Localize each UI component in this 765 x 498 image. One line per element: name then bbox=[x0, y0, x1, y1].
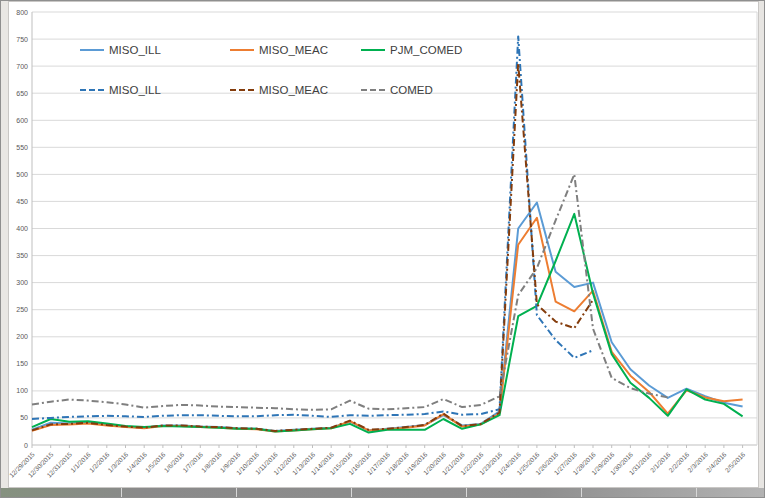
legend-line-sample bbox=[80, 89, 104, 91]
svg-text:300: 300 bbox=[16, 279, 28, 286]
legend-item-miso-ill-solid[interactable]: MISO_ILL bbox=[80, 43, 161, 57]
legend-item-miso-meac-solid[interactable]: MISO_MEAC bbox=[230, 43, 328, 57]
svg-text:100: 100 bbox=[16, 387, 28, 394]
legend-item-miso-ill-dashed[interactable]: MISO_ILL bbox=[80, 83, 161, 97]
y-axis-labels[interactable]: 0501001502002503003504004505005506006507… bbox=[16, 9, 28, 449]
legend-label: MISO_MEAC bbox=[259, 44, 328, 56]
svg-text:550: 550 bbox=[16, 144, 28, 151]
svg-text:750: 750 bbox=[16, 36, 28, 43]
legend-label: MISO_ILL bbox=[109, 44, 161, 56]
chart-area[interactable]: 0501001502002503003504004505005506006507… bbox=[8, 1, 759, 488]
svg-text:0: 0 bbox=[24, 442, 28, 449]
series-line-1-MISO_MEAC bbox=[32, 218, 743, 432]
legend-line-sample bbox=[230, 89, 254, 91]
gridlines bbox=[32, 12, 757, 445]
svg-text:350: 350 bbox=[16, 252, 28, 259]
legend-label: COMED bbox=[390, 84, 433, 96]
legend-item-miso-meac-dashed[interactable]: MISO_MEAC bbox=[230, 83, 328, 97]
legend-line-sample bbox=[230, 49, 254, 51]
legend-line-sample bbox=[361, 89, 385, 91]
svg-text:150: 150 bbox=[16, 360, 28, 367]
svg-text:200: 200 bbox=[16, 333, 28, 340]
series-line-5-COMED bbox=[32, 174, 668, 409]
svg-text:500: 500 bbox=[16, 171, 28, 178]
worksheet-row-band bbox=[1, 488, 765, 498]
legend-label: PJM_COMED bbox=[390, 44, 462, 56]
legend-item-pjm-comed-solid[interactable]: PJM_COMED bbox=[361, 43, 462, 57]
legend-label: MISO_MEAC bbox=[259, 84, 328, 96]
svg-text:450: 450 bbox=[16, 198, 28, 205]
legend-item-comed-dashed[interactable]: COMED bbox=[361, 83, 433, 97]
legend-label: MISO_ILL bbox=[109, 84, 161, 96]
legend-line-sample bbox=[80, 49, 104, 51]
excel-chart-screenshot: 0501001502002503003504004505005506006507… bbox=[0, 0, 765, 498]
x-axis-labels[interactable]: 12/29/201512/30/201512/31/20151/1/20161/… bbox=[9, 445, 747, 479]
svg-text:600: 600 bbox=[16, 117, 28, 124]
chart-canvas[interactable]: 0501001502002503003504004505005506006507… bbox=[9, 2, 760, 489]
series-line-4-MISO_MEAC bbox=[32, 63, 593, 431]
series-line-2-PJM_COMED bbox=[32, 214, 743, 433]
svg-text:400: 400 bbox=[16, 225, 28, 232]
svg-text:250: 250 bbox=[16, 306, 28, 313]
svg-text:700: 700 bbox=[16, 63, 28, 70]
svg-text:2/5/2016: 2/5/2016 bbox=[723, 450, 746, 473]
series-line-0-MISO_ILL bbox=[32, 203, 743, 431]
legend-line-sample bbox=[361, 49, 385, 51]
svg-text:800: 800 bbox=[16, 9, 28, 16]
svg-text:50: 50 bbox=[20, 414, 28, 421]
svg-text:650: 650 bbox=[16, 90, 28, 97]
